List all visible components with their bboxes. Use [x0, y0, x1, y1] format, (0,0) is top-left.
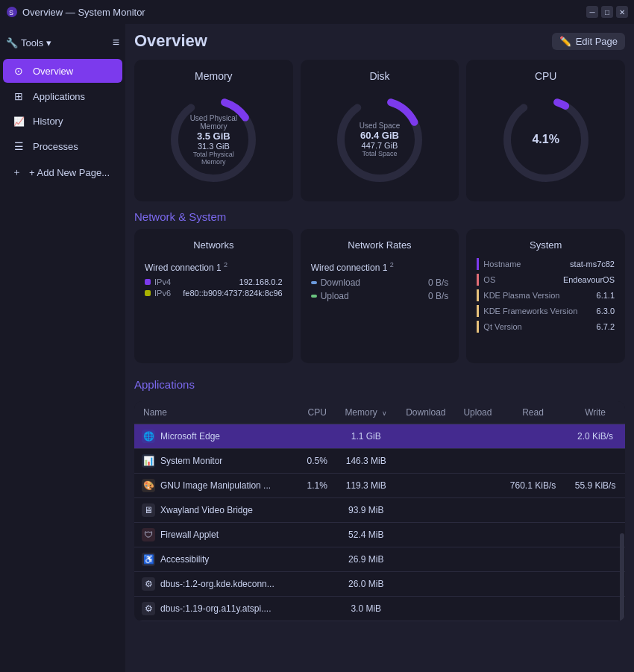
networks-card-title: Networks	[145, 239, 283, 251]
app-download	[397, 523, 455, 547]
app-name: dbus-:1.2-org.kde.kdeconn...	[160, 579, 274, 589]
app-name: Accessibility	[160, 554, 209, 565]
app-write	[565, 449, 625, 474]
sidebar-item-processes[interactable]: ☰ Processes	[3, 134, 122, 158]
system-row: KDE Plasma Version6.1.1	[477, 289, 615, 301]
tools-icon: 🔧	[6, 37, 18, 48]
app-upload	[455, 547, 500, 572]
sidebar-item-applications[interactable]: ⊞ Applications	[3, 84, 122, 108]
sidebar-item-label-applications: Applications	[33, 91, 85, 102]
applications-table: Name CPU Memory ∨ Download Upload Read W…	[134, 401, 625, 621]
app-download	[397, 424, 455, 449]
app-memory: 119.3 MiB	[336, 474, 397, 498]
sys-val: EndeavourOS	[563, 275, 615, 284]
edit-page-label: Edit Page	[576, 36, 618, 47]
tools-label: Tools	[21, 37, 43, 48]
col-write[interactable]: Write	[565, 401, 625, 424]
add-new-page-button[interactable]: ＋ + Add New Page...	[3, 160, 122, 185]
scrollbar-thumb[interactable]	[620, 533, 624, 621]
app-icon: 🌐	[142, 430, 155, 443]
app-cpu	[299, 498, 336, 523]
table-row[interactable]: 🖥 Xwayland Video Bridge 93.9 MiB	[134, 498, 625, 523]
app-name: Firewall Applet	[160, 530, 219, 540]
col-name[interactable]: Name	[134, 401, 299, 424]
ipv4-row: IPv4 192.168.0.2	[145, 277, 283, 286]
app-cpu	[299, 572, 336, 597]
system-row: Hostnamestat-ms7c82	[477, 258, 615, 270]
sidebar-item-overview[interactable]: ⊙ Overview	[3, 59, 122, 83]
app-write	[565, 523, 625, 547]
close-button[interactable]: ✕	[616, 6, 628, 18]
table-row[interactable]: ♿ Accessibility 26.9 MiB	[134, 547, 625, 572]
minimize-button[interactable]: ─	[586, 6, 598, 18]
content-header: Overview ✏️ Edit Page	[134, 24, 625, 60]
download-rate-row: Download 0 B/s	[311, 277, 449, 288]
disk-gauge-circle: Used Space 60.4 GiB 447.7 GiB Total Spac…	[331, 91, 428, 188]
table-row[interactable]: ⚙ dbus-:1.19-org.a11y.atspi.... 3.0 MiB	[134, 597, 625, 621]
app-name-cell: 🌐 Microsoft Edge	[134, 424, 299, 449]
window-controls: ─ □ ✕	[586, 6, 628, 18]
app-cpu	[299, 597, 336, 621]
hamburger-button[interactable]: ≡	[113, 36, 119, 49]
tools-button[interactable]: 🔧 Tools ▾	[6, 37, 51, 48]
col-memory[interactable]: Memory ∨	[336, 401, 397, 424]
memory-gauge-info: Used Physical Memory 3.5 GiB 31.3 GiB To…	[189, 114, 238, 166]
app-write: 2.0 KiB/s	[565, 424, 625, 449]
app-name: System Monitor	[160, 456, 222, 466]
system-row: OSEndeavourOS	[477, 274, 615, 286]
system-card: System Hostnamestat-ms7c82OSEndeavourOSK…	[466, 229, 625, 363]
app-cpu	[299, 547, 336, 572]
app-upload	[455, 523, 500, 547]
main-container: 🔧 Tools ▾ ≡ ⊙ Overview ⊞ Applications 📈 …	[0, 24, 634, 672]
app-upload	[455, 498, 500, 523]
app-cpu: 1.1%	[299, 474, 336, 498]
cpu-gauge-info: 4.1%	[532, 133, 559, 146]
app-memory: 1.1 GiB	[336, 424, 397, 449]
disk-used-val: 60.4 GiB	[360, 130, 400, 141]
table-row[interactable]: 🌐 Microsoft Edge 1.1 GiB 2.0 KiB/s	[134, 424, 625, 449]
app-read	[500, 523, 565, 547]
app-icon: 🎨	[142, 479, 155, 492]
table-row[interactable]: 🎨 GNU Image Manipulation ... 1.1% 119.3 …	[134, 474, 625, 498]
sidebar-item-history[interactable]: 📈 History	[3, 110, 122, 133]
system-card-title: System	[477, 239, 615, 251]
upload-label: Upload	[321, 291, 349, 301]
app-name-cell: ⚙ dbus-:1.2-org.kde.kdeconn...	[134, 572, 299, 597]
sys-key: Hostname	[483, 260, 521, 269]
cpu-gauge-card: CPU 4.1%	[466, 60, 625, 201]
app-icon: S	[6, 6, 18, 18]
maximize-button[interactable]: □	[601, 6, 613, 18]
col-read[interactable]: Read	[500, 401, 565, 424]
col-download[interactable]: Download	[397, 401, 455, 424]
app-download	[397, 547, 455, 572]
memory-total-val: 31.3 GiB	[189, 142, 238, 151]
app-name-cell: 🖥 Xwayland Video Bridge	[134, 498, 299, 523]
applications-section: Name CPU Memory ∨ Download Upload Read W…	[134, 401, 625, 621]
applications-table-body: 🌐 Microsoft Edge 1.1 GiB 2.0 KiB/s 📊 Sys…	[134, 424, 625, 621]
cpu-gauge-title: CPU	[535, 70, 557, 82]
app-name: dbus-:1.19-org.a11y.atspi....	[160, 603, 272, 614]
edit-page-button[interactable]: ✏️ Edit Page	[552, 33, 625, 50]
applications-section-title: Applications	[134, 372, 625, 395]
col-upload[interactable]: Upload	[455, 401, 500, 424]
col-cpu[interactable]: CPU	[299, 401, 336, 424]
app-icon: 🛡	[142, 528, 155, 541]
memory-used-val: 3.5 GiB	[189, 131, 238, 142]
titlebar-left: S Overview — System Monitor	[6, 6, 145, 18]
table-row[interactable]: ⚙ dbus-:1.2-org.kde.kdeconn... 26.0 MiB	[134, 572, 625, 597]
rates-connection-name: Wired connection 1 2	[311, 261, 449, 273]
app-download	[397, 597, 455, 621]
table-row[interactable]: 📊 System Monitor 0.5% 146.3 MiB	[134, 449, 625, 474]
sys-val: 6.3.0	[597, 307, 615, 315]
sys-val: 6.1.1	[597, 291, 615, 300]
app-read	[500, 572, 565, 597]
table-row[interactable]: 🛡 Firewall Applet 52.4 MiB	[134, 523, 625, 547]
history-icon: 📈	[12, 116, 25, 127]
app-name: Xwayland Video Bridge	[160, 505, 253, 515]
connection-number: 2	[224, 261, 227, 269]
app-icon: ♿	[142, 553, 155, 566]
app-icon: ⚙	[142, 577, 155, 591]
sys-val: stat-ms7c82	[570, 260, 615, 269]
add-icon: ＋	[12, 166, 22, 179]
sys-key: Qt Version	[483, 322, 521, 331]
